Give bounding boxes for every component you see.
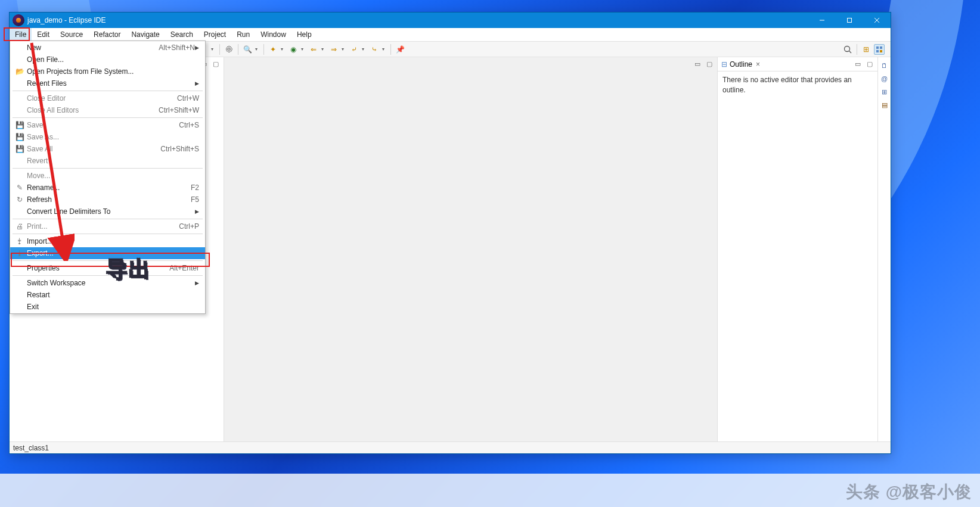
marker-list-icon[interactable]: ⊞ [880,87,889,97]
titlebar-text: java_demo - Eclipse IDE [27,16,106,24]
menu-item-refresh[interactable]: ↻RefreshF5 [10,194,205,206]
at-icon[interactable]: @ [880,74,889,83]
menu-help[interactable]: Help [291,28,317,41]
maximize-view-icon[interactable]: ▢ [212,60,220,68]
save-icon: 💾 [13,121,27,129]
menu-label: Convert Line Delimiters To [27,207,195,216]
minimize-button[interactable] [808,13,836,28]
menu-item-export[interactable]: ⭳Export... [10,247,205,259]
menu-separator [13,275,203,276]
toolbar-drop-icon[interactable]: ▾ [301,46,306,52]
svg-rect-6 [876,46,879,49]
pin-editor-icon[interactable]: 📌 [395,44,405,55]
bookmark-icon[interactable]: ▤ [880,100,889,110]
nav-fwd-icon[interactable]: ⇒ [328,44,339,55]
new-java-icon[interactable]: ✦ [268,44,278,55]
menu-separator [13,234,203,234]
maximize-button[interactable] [836,13,863,28]
status-text: test_class1 [13,444,49,452]
menu-item-restart[interactable]: Restart [10,289,205,301]
menu-label: Exit [27,303,199,311]
menu-separator [13,117,203,118]
menu-label: Export... [27,249,199,257]
menu-window[interactable]: Window [255,28,291,41]
outline-tab-label: Outline [730,60,752,69]
menu-item-new[interactable]: NewAlt+Shift+N▶ [10,42,205,54]
svg-rect-7 [880,46,882,49]
menu-item-properties[interactable]: PropertiesAlt+Enter [10,262,205,274]
eclipse-window: java_demo - Eclipse IDE File Edit Source… [9,12,891,454]
menu-shortcut: Ctrl+Shift+S [160,145,199,153]
menu-separator [13,91,203,91]
menu-file[interactable]: File [10,28,32,41]
export-icon: ⭳ [13,249,27,257]
rename-icon: ✎ [13,183,27,192]
toolbar-separator [857,44,857,55]
svg-rect-8 [876,50,879,52]
toolbar-drop-icon[interactable]: ▾ [211,46,216,52]
menu-item-import[interactable]: ⭽Import... [10,235,205,247]
next-edit-icon[interactable]: ⤷ [369,44,380,55]
menu-item-open-projects-from-file-system[interactable]: 📂Open Projects from File System... [10,66,205,77]
toolbar-drop-icon[interactable]: ▾ [281,46,286,52]
minimize-outline-icon[interactable]: ▭ [854,60,862,68]
eclipse-icon [13,14,24,26]
import-icon: ⭽ [13,237,27,245]
menu-item-switch-workspace[interactable]: Switch Workspace▶ [10,277,205,289]
new-class-icon[interactable]: ◉ [288,44,299,55]
menu-item-convert-line-delimiters-to[interactable]: Convert Line Delimiters To▶ [10,206,205,217]
perspective-open-icon[interactable]: ⊞ [861,44,872,55]
refresh-icon: ↻ [13,195,27,204]
open-type-icon[interactable]: 🞋 [224,44,234,55]
nav-back-icon[interactable]: ⇐ [308,44,319,55]
toolbar-drop-icon[interactable]: ▾ [255,46,260,52]
toolbar-drop-icon[interactable]: ▾ [321,46,326,52]
menu-search[interactable]: Search [165,28,199,41]
menu-item-open-file[interactable]: Open File... [10,54,205,66]
menu-label: Print... [27,222,179,231]
outline-panel: ▭ ▢ ⊟ Outline × There is no active edito… [718,57,877,441]
menu-label: Refresh [27,195,191,204]
svg-rect-1 [848,18,852,23]
close-outline-icon[interactable]: × [756,60,760,69]
menu-refactor[interactable]: Refactor [88,28,126,41]
menu-navigate[interactable]: Navigate [126,28,165,41]
search-access-icon[interactable] [842,44,853,55]
menu-item-save: 💾SaveCtrl+S [10,119,205,131]
menu-item-rename[interactable]: ✎Rename...F2 [10,182,205,194]
menu-label: Import... [27,237,199,245]
close-button[interactable] [863,13,891,28]
print-icon: 🖨 [13,222,27,231]
toolbar-separator [390,44,391,55]
toolbar-drop-icon[interactable]: ▾ [362,46,367,52]
task-list-icon[interactable]: 🗒 [880,61,889,70]
menu-item-exit[interactable]: Exit [10,301,205,313]
menu-run[interactable]: Run [231,28,255,41]
menu-shortcut: Ctrl+P [179,222,199,231]
toolbar-drop-icon[interactable]: ▾ [382,46,387,52]
save-icon: 💾 [13,133,27,141]
menu-shortcut: Ctrl+W [177,94,199,102]
outline-message: There is no active editor that provides … [718,71,877,99]
menu-item-recent-files[interactable]: Recent Files▶ [10,77,205,89]
menu-label: Move... [27,172,199,180]
toolbar-drop-icon[interactable]: ▾ [342,46,346,52]
menu-edit[interactable]: Edit [32,28,55,41]
svg-line-5 [849,51,852,53]
menu-label: Switch Workspace [27,279,195,287]
menubar: File Edit Source Refactor Navigate Searc… [10,28,891,42]
statusbar: test_class1 [10,441,891,453]
outline-tree-icon: ⊟ [721,60,727,69]
last-edit-icon[interactable]: ⤶ [349,44,359,55]
titlebar[interactable]: java_demo - Eclipse IDE [10,13,891,28]
search-toolbar-icon[interactable]: 🔍 [242,44,253,55]
menu-source[interactable]: Source [55,28,88,41]
taskbar [0,474,980,507]
window-controls [808,13,891,28]
maximize-outline-icon[interactable]: ▢ [866,60,874,68]
menu-project[interactable]: Project [199,28,231,41]
java-perspective-icon[interactable] [874,44,885,55]
minimize-editor-icon[interactable]: ▭ [693,60,702,68]
maximize-editor-icon[interactable]: ▢ [705,60,714,68]
saveall-icon: 💾 [13,145,27,153]
